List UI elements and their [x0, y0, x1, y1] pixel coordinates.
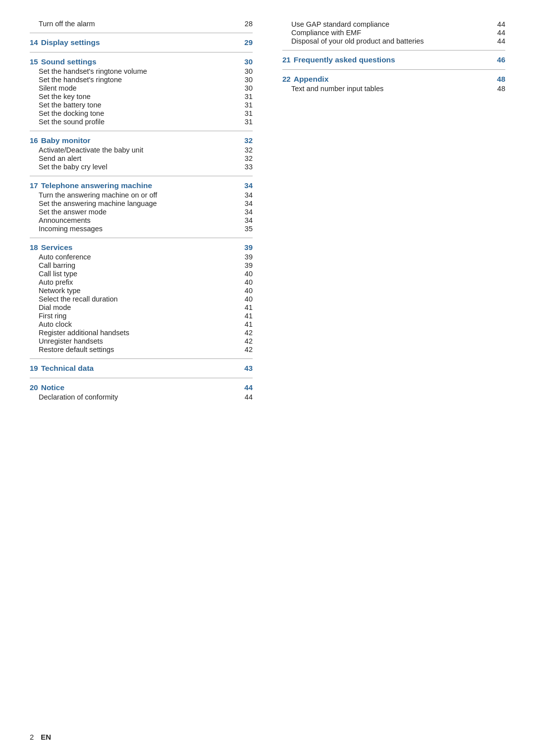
subsection-text: Auto clock: [39, 320, 239, 328]
section-num: 20: [30, 383, 38, 392]
subsection-page: 39: [245, 253, 253, 261]
left-section-17: 17Telephone answering machine34Turn the …: [30, 176, 253, 233]
subsection-page: 40: [245, 295, 253, 303]
subsection-item: Call barring39: [30, 261, 253, 269]
subsection-text: Dial mode: [39, 303, 239, 311]
right-section-22: 22Appendix48Text and number input tables…: [282, 69, 505, 93]
subsection-item: Dial mode41: [30, 303, 253, 311]
notice-item-page: 44: [497, 29, 505, 37]
notice-item-text: Use GAP standard compliance: [291, 20, 491, 28]
notice-item-text: Compliance with EMF: [291, 29, 491, 37]
subsection-text: Incoming messages: [39, 225, 239, 233]
section-title-14: 14Display settings: [30, 38, 100, 47]
section-header-16: 16Baby monitor32: [30, 136, 253, 145]
subsection-page: 31: [245, 93, 253, 101]
subsection-page: 34: [245, 191, 253, 199]
subsection-text: Unregister handsets: [39, 337, 239, 345]
section-divider: [30, 176, 253, 176]
section-header-17: 17Telephone answering machine34: [30, 181, 253, 190]
subsection-page: 33: [245, 163, 253, 171]
subsection-text: Send an alert: [39, 154, 239, 162]
top-item: Turn off the alarm 28: [30, 20, 253, 28]
section-divider: [30, 33, 253, 33]
section-divider: [30, 131, 253, 131]
section-title-16: 16Baby monitor: [30, 136, 91, 145]
section-page-19: 43: [244, 364, 253, 372]
right-section-title-22: 22Appendix: [282, 75, 328, 84]
subsection-text: Announcements: [39, 216, 239, 224]
right-section-header-21: 21Frequently asked questions46: [282, 55, 505, 64]
right-section-page-22: 48: [497, 75, 505, 83]
subsection-text: Set the battery tone: [39, 101, 239, 109]
subsection-page: 30: [245, 84, 253, 92]
footer-lang: EN: [41, 733, 51, 741]
subsection-item: Set the sound profile31: [30, 118, 253, 126]
left-column: Turn off the alarm 28 14Display settings…: [30, 20, 253, 405]
section-divider: [30, 378, 253, 378]
section-header-20: 20Notice44: [30, 383, 253, 392]
section-header-15: 15Sound settings30: [30, 57, 253, 66]
subsection-text: Network type: [39, 287, 239, 295]
subsection-page: 42: [245, 337, 253, 345]
notice-item-text: Disposal of your old product and batteri…: [291, 37, 491, 45]
left-section-19: 19Technical data43: [30, 358, 253, 373]
subsection-page: 32: [245, 146, 253, 154]
section-num: 16: [30, 136, 38, 145]
subsection-page: 40: [245, 287, 253, 295]
subsection-text: Auto conference: [39, 253, 239, 261]
notice-continuation-item: Compliance with EMF44: [282, 29, 505, 37]
subsection-page: 32: [245, 154, 253, 162]
section-divider: [30, 52, 253, 52]
section-num: 22: [282, 75, 291, 83]
section-divider: [282, 69, 505, 70]
left-section-16: 16Baby monitor32Activate/Deactivate the …: [30, 131, 253, 171]
subsection-text: Set the key tone: [39, 93, 239, 101]
right-sections: 21Frequently asked questions4622Appendix…: [282, 50, 505, 93]
subsection-page: 31: [245, 118, 253, 126]
subsection-item: Set the answering machine language34: [30, 200, 253, 207]
footer-page-num: 2: [30, 733, 34, 741]
section-page-14: 29: [244, 38, 253, 47]
section-num: 14: [30, 38, 38, 47]
section-title-19: 19Technical data: [30, 364, 94, 373]
subsection-page: 30: [245, 76, 253, 84]
section-page-17: 34: [244, 181, 253, 190]
subsection-page: 35: [245, 225, 253, 233]
section-title-15: 15Sound settings: [30, 57, 97, 66]
subsection-item: Auto conference39: [30, 253, 253, 261]
subsection-page: 34: [245, 200, 253, 207]
section-page-16: 32: [244, 136, 253, 145]
section-title-text: Frequently asked questions: [294, 55, 395, 64]
notice-continuation-item: Use GAP standard compliance44: [282, 20, 505, 28]
top-item-text: Turn off the alarm: [39, 20, 95, 28]
subsection-page: 44: [245, 393, 253, 401]
section-title-text: Display settings: [41, 38, 100, 47]
notice-continuation-item: Disposal of your old product and batteri…: [282, 37, 505, 45]
notice-item-page: 44: [497, 20, 505, 28]
subsection-item: Auto prefix40: [30, 278, 253, 286]
subsection-text: Set the answering machine language: [39, 200, 239, 207]
subsection-text: Register additional handsets: [39, 329, 239, 337]
subsection-item: Declaration of conformity44: [30, 393, 253, 401]
subsection-text: Call barring: [39, 261, 239, 269]
notice-item-page: 44: [497, 37, 505, 45]
section-num: 18: [30, 243, 38, 252]
subsection-text: Activate/Deactivate the baby unit: [39, 146, 239, 154]
subsection-text: Set the handset's ringtone volume: [39, 67, 239, 75]
top-item-page: 28: [245, 20, 253, 28]
subsection-item: Select the recall duration40: [30, 295, 253, 303]
subsection-item: Silent mode30: [30, 84, 253, 92]
subsection-page: 34: [245, 216, 253, 224]
subsection-page: 40: [245, 270, 253, 278]
subsection-item: Text and number input tables48: [282, 85, 505, 93]
notice-continuation: Use GAP standard compliance44Compliance …: [282, 20, 505, 45]
subsection-text: Set the sound profile: [39, 118, 239, 126]
subsection-text: Restore default settings: [39, 346, 239, 353]
subsection-page: 31: [245, 109, 253, 117]
section-divider: [30, 358, 253, 359]
subsection-text: Select the recall duration: [39, 295, 239, 303]
subsection-item: Call list type40: [30, 270, 253, 278]
section-page-20: 44: [244, 383, 253, 392]
subsection-text: Call list type: [39, 270, 239, 278]
subsection-page: 48: [497, 85, 505, 93]
